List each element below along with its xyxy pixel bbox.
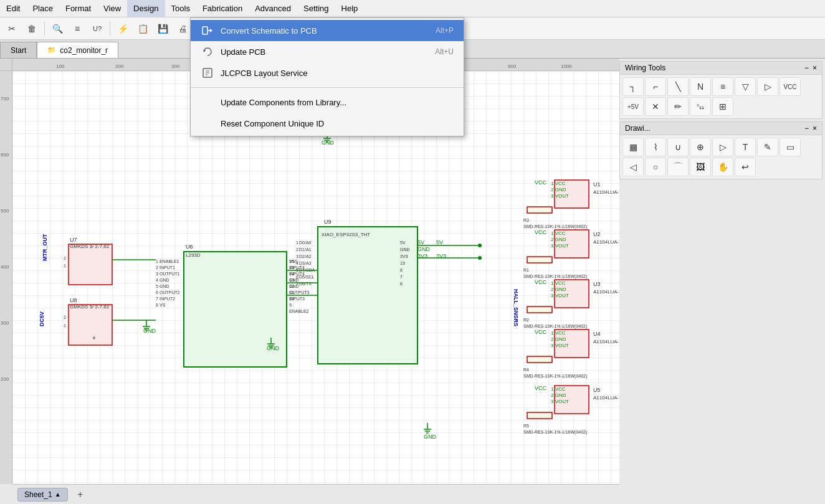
design-dropdown-menu: Convert Schematic to PCB Alt+P Update PC… bbox=[190, 17, 464, 136]
menu-section-components: Update Components from Library... Reset … bbox=[191, 90, 464, 136]
jlcpcb-icon bbox=[201, 66, 214, 80]
convert-pcb-label: Convert Schematic to PCB bbox=[221, 26, 429, 36]
update-pcb-item[interactable]: Update PCB Alt+U bbox=[191, 41, 464, 62]
update-pcb-shortcut: Alt+U bbox=[435, 47, 454, 56]
convert-pcb-shortcut: Alt+P bbox=[436, 26, 454, 35]
menu-divider bbox=[191, 87, 464, 88]
update-pcb-label: Update PCB bbox=[221, 47, 429, 57]
reset-id-icon bbox=[201, 116, 214, 130]
svg-rect-170 bbox=[203, 27, 207, 34]
dropdown-overlay[interactable]: Convert Schematic to PCB Alt+P Update PC… bbox=[0, 0, 825, 504]
jlcpcb-label: JLCPCB Layout Service bbox=[221, 69, 447, 78]
svg-marker-172 bbox=[210, 29, 212, 32]
update-components-item[interactable]: Update Components from Library... bbox=[191, 92, 464, 113]
update-components-label: Update Components from Library... bbox=[221, 98, 447, 107]
convert-pcb-icon bbox=[201, 24, 214, 37]
convert-pcb-item[interactable]: Convert Schematic to PCB Alt+P bbox=[191, 20, 464, 41]
update-components-icon bbox=[201, 95, 214, 109]
jlcpcb-item[interactable]: JLCPCB Layout Service bbox=[191, 62, 464, 83]
menu-section-pcb: Convert Schematic to PCB Alt+P Update PC… bbox=[191, 18, 464, 85]
reset-id-item[interactable]: Reset Component Unique ID bbox=[191, 113, 464, 134]
reset-id-label: Reset Component Unique ID bbox=[221, 119, 447, 128]
update-pcb-icon bbox=[201, 45, 214, 59]
